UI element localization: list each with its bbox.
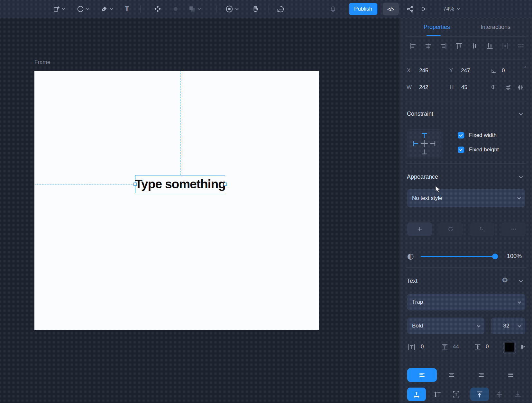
align-right-icon[interactable] (439, 42, 448, 50)
h-label: H (450, 84, 454, 91)
add-style-button[interactable] (407, 222, 432, 236)
more-dots-icon (510, 226, 517, 233)
toolbar-divider (343, 5, 343, 13)
pen-tool-chevron[interactable] (110, 7, 113, 10)
constrain-proportions-icon[interactable] (490, 84, 497, 91)
auto-width-button[interactable] (407, 388, 426, 401)
rotation-value[interactable]: 0 (502, 67, 505, 74)
align-bottom-icon[interactable] (486, 42, 494, 50)
hand-tool[interactable] (252, 0, 259, 18)
share-button[interactable] (406, 0, 414, 18)
divider (406, 36, 526, 37)
font-size-dropdown[interactable]: 32 (491, 318, 525, 334)
fixed-height-checkbox[interactable] (458, 147, 464, 153)
text-collapse-chevron[interactable] (519, 278, 523, 282)
fixed-size-button[interactable] (448, 388, 464, 401)
text-settings-gear-icon[interactable]: ⚙ (502, 276, 508, 284)
component-icon (154, 5, 161, 13)
dev-mode-button[interactable]: </> (383, 3, 399, 15)
comment-tool[interactable] (277, 0, 285, 18)
tab-interactions[interactable]: Interactions (481, 18, 510, 36)
text-style-value: No text style (412, 195, 442, 201)
constraint-widget[interactable] (407, 129, 441, 158)
refresh-style-button[interactable] (438, 222, 463, 236)
font-weight-dropdown[interactable]: Bold (407, 318, 484, 334)
x-value[interactable]: 245 (419, 67, 428, 74)
boolean-groups-icon (188, 5, 196, 13)
flip-horizontal-icon[interactable] (504, 84, 512, 91)
frame-tool[interactable] (52, 0, 65, 18)
more-style-button[interactable] (501, 222, 526, 236)
frame[interactable] (34, 71, 319, 330)
zoom-control[interactable]: 74% (443, 0, 460, 18)
shape-tool-chevron[interactable] (86, 7, 89, 10)
distribute-horizontal-icon[interactable] (501, 42, 509, 50)
notifications[interactable] (329, 0, 337, 18)
line-height-value[interactable]: 44 (453, 344, 459, 350)
vertical-align-top-button[interactable] (470, 388, 489, 401)
align-horizontal-center-icon[interactable] (424, 42, 432, 50)
check-icon (459, 133, 463, 137)
opacity-slider-handle[interactable] (492, 254, 498, 259)
publish-button[interactable]: Publish (349, 3, 377, 15)
vertical-align-middle-button[interactable] (491, 388, 508, 401)
fixed-height-option: Fixed height (458, 147, 499, 153)
vertical-align-bottom-button[interactable] (509, 388, 526, 401)
text-align-justify-button[interactable] (496, 368, 526, 382)
resize-handle-left[interactable] (133, 183, 137, 186)
paragraph-spacing-value[interactable]: 0 (486, 344, 489, 350)
tidy-up-icon[interactable] (517, 42, 525, 50)
frame-title[interactable]: Frame (34, 59, 50, 66)
h-value[interactable]: 45 (461, 84, 467, 91)
present-button[interactable] (419, 0, 427, 18)
selection-box[interactable]: Type something (135, 175, 225, 193)
text-align-left-button[interactable] (407, 368, 437, 382)
align-vertical-center-icon[interactable] (470, 42, 479, 50)
tab-properties[interactable]: Properties (424, 18, 450, 36)
y-value[interactable]: 247 (461, 67, 470, 74)
text-color-swatch[interactable] (505, 343, 514, 352)
text-align-right-button[interactable] (466, 368, 496, 382)
font-family-dropdown[interactable]: Trap (407, 294, 525, 310)
degree-symbol: ° (524, 66, 527, 72)
instance-tool[interactable] (225, 0, 238, 18)
properties-panel: Properties Interactions X 245 Y 247 0 ° … (399, 18, 532, 403)
resize-handle-right[interactable] (224, 183, 227, 186)
align-left-icon[interactable] (408, 42, 417, 50)
y-label: Y (449, 67, 453, 74)
letter-spacing-value[interactable]: 0 (421, 344, 424, 350)
pen-icon (100, 5, 108, 13)
opacity-value[interactable]: 100% (507, 253, 522, 260)
component-tool[interactable] (154, 0, 161, 18)
align-top-icon[interactable] (455, 42, 463, 50)
font-size-value: 32 (503, 323, 509, 329)
text-tool[interactable]: T (125, 0, 129, 18)
detach-style-button[interactable] (470, 222, 494, 236)
fixed-width-checkbox[interactable] (458, 132, 464, 139)
auto-height-button[interactable] (429, 388, 446, 401)
instance-tool-chevron[interactable] (235, 7, 239, 10)
pen-tool[interactable] (100, 0, 113, 18)
zoom-chevron[interactable] (457, 7, 460, 10)
shape-tool[interactable] (77, 0, 89, 18)
flip-vertical-icon[interactable] (517, 84, 524, 91)
mask-tool[interactable] (171, 0, 179, 18)
w-value[interactable]: 242 (419, 84, 428, 91)
text-color-well[interactable] (503, 341, 516, 354)
opacity-slider-track[interactable] (421, 256, 497, 257)
opacity-row: ◐ 100% (399, 251, 532, 262)
constraint-collapse-chevron[interactable] (519, 111, 523, 115)
divider (406, 358, 526, 358)
style-variant-icon[interactable] (520, 344, 526, 350)
position-row: X 245 Y 247 0 ° (399, 65, 532, 77)
text-element[interactable]: Type something (135, 177, 225, 191)
boolean-tool[interactable] (188, 0, 200, 18)
alignment-toolbar (408, 42, 525, 50)
text-align-center-button[interactable] (437, 368, 466, 382)
appearance-collapse-chevron[interactable] (519, 174, 523, 178)
toolbar-divider (269, 5, 269, 13)
canvas[interactable]: Frame Type something (0, 18, 399, 403)
text-style-dropdown[interactable]: No text style (407, 189, 525, 207)
frame-tool-chevron[interactable] (62, 7, 65, 10)
boolean-tool-chevron[interactable] (198, 7, 201, 10)
